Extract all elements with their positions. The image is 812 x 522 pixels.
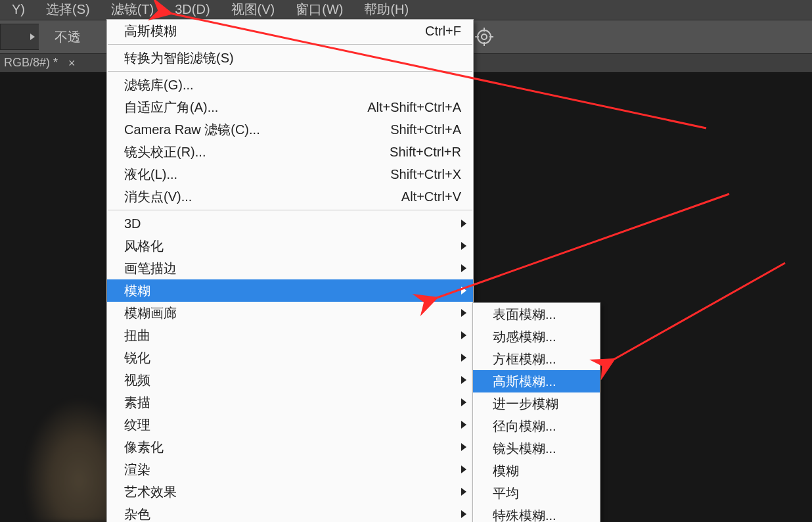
chevron-down-icon — [30, 34, 35, 40]
menu-item-label: 消失点(V)... — [124, 188, 375, 206]
menu-item-3d[interactable]: 3D(D) — [164, 1, 220, 20]
menu-item-label: 自适应广角(A)... — [124, 99, 341, 116]
menu-item-label: Camera Raw 滤镜(C)... — [124, 121, 364, 139]
submenu-arrow-icon — [461, 488, 466, 496]
submenu-item-smart-blur[interactable]: 特殊模糊... — [473, 504, 600, 522]
menu-item-label: 方框模糊... — [493, 350, 587, 368]
menu-item-cat-sketch[interactable]: 素描 — [107, 391, 473, 414]
submenu-arrow-icon — [461, 376, 466, 384]
menu-item-liquify[interactable]: 液化(L)... Shift+Ctrl+X — [107, 163, 473, 185]
menu-item-label: 滤镜库(G)... — [124, 76, 461, 94]
menu-item-cat-sharpen[interactable]: 锐化 — [107, 346, 473, 369]
menu-item-lens-correction[interactable]: 镜头校正(R)... Shift+Ctrl+R — [107, 141, 473, 163]
svg-point-0 — [478, 30, 491, 43]
menu-separator — [108, 44, 472, 45]
submenu-arrow-icon — [461, 287, 466, 295]
menu-item-label: 进一步模糊 — [493, 395, 587, 413]
menu-item-cat-stylize[interactable]: 风格化 — [107, 235, 473, 257]
submenu-arrow-icon — [461, 264, 466, 272]
submenu-item-blur[interactable]: 模糊 — [473, 460, 600, 482]
filter-dropdown: 高斯模糊 Ctrl+F 转换为智能滤镜(S) 滤镜库(G)... 自适应广角(A… — [106, 19, 474, 522]
menu-item-label: 锐化 — [124, 349, 461, 367]
menu-item-shortcut: Shift+Ctrl+A — [364, 122, 461, 137]
menu-item-label: 模糊 — [493, 462, 587, 480]
menu-item-last-filter[interactable]: 高斯模糊 Ctrl+F — [107, 20, 473, 42]
submenu-arrow-icon — [461, 398, 466, 406]
menu-item-camera-raw[interactable]: Camera Raw 滤镜(C)... Shift+Ctrl+A — [107, 118, 473, 141]
menu-item-cat-blur[interactable]: 模糊 — [107, 279, 473, 302]
menu-item-shortcut: Alt+Shift+Ctrl+A — [341, 100, 461, 115]
document-tab[interactable]: RGB/8#) * — [0, 55, 63, 72]
menu-item-shortcut: Ctrl+F — [399, 24, 461, 39]
submenu-arrow-icon — [461, 220, 466, 227]
menu-item-help[interactable]: 帮助(H) — [353, 0, 419, 21]
menu-item-label: 镜头模糊... — [493, 440, 587, 458]
menu-item-cat-noise[interactable]: 杂色 — [107, 503, 473, 522]
menu-item-label: 画笔描边 — [124, 260, 461, 277]
menu-item-label: 杂色 — [124, 506, 461, 523]
submenu-arrow-icon — [461, 510, 466, 518]
menu-item-label: 转换为智能滤镜(S) — [124, 49, 461, 67]
menu-item-label: 纹理 — [124, 416, 461, 434]
submenu-item-blur-more[interactable]: 进一步模糊 — [473, 392, 600, 415]
submenu-item-motion-blur[interactable]: 动感模糊... — [473, 325, 600, 348]
menu-item-label: 特殊模糊... — [493, 507, 587, 523]
submenu-arrow-icon — [461, 465, 466, 473]
menu-item-cat-distort[interactable]: 扭曲 — [107, 324, 473, 346]
submenu-arrow-icon — [461, 331, 466, 339]
menu-item-cat-pixelate[interactable]: 像素化 — [107, 436, 473, 458]
menu-item-shortcut: Alt+Ctrl+V — [375, 189, 461, 204]
menu-item-shortcut: Shift+Ctrl+R — [363, 145, 461, 160]
menu-item-shortcut: Shift+Ctrl+X — [364, 167, 461, 182]
menu-item-label: 3D — [124, 216, 461, 231]
submenu-arrow-icon — [461, 421, 466, 429]
crosshair-icon[interactable] — [475, 28, 493, 46]
menu-item-cat-blur-gallery[interactable]: 模糊画廊 — [107, 302, 473, 324]
menu-item-label: 液化(L)... — [124, 166, 364, 183]
menu-separator — [108, 210, 472, 210]
tool-preset-dropdown[interactable] — [0, 24, 39, 50]
submenu-item-surface-blur[interactable]: 表面模糊... — [473, 303, 600, 325]
blur-submenu: 表面模糊... 动感模糊... 方框模糊... 高斯模糊... 进一步模糊 径向… — [472, 302, 600, 522]
menu-item-label: 高斯模糊 — [124, 22, 399, 40]
menu-item-label: 模糊画廊 — [124, 304, 461, 322]
menu-item-generic[interactable]: Y) — [1, 1, 35, 20]
menu-item-window[interactable]: 窗口(W) — [285, 0, 353, 21]
submenu-item-box-blur[interactable]: 方框模糊... — [473, 348, 600, 370]
opacity-label: 不透 — [55, 28, 81, 46]
menu-item-label: 艺术效果 — [124, 483, 461, 501]
menubar: Y) 选择(S) 滤镜(T) 3D(D) 视图(V) 窗口(W) 帮助(H) — [0, 0, 812, 20]
menu-item-cat-video[interactable]: 视频 — [107, 369, 473, 391]
submenu-item-average[interactable]: 平均 — [473, 482, 600, 504]
menu-item-label: 渲染 — [124, 461, 461, 479]
menu-item-label: 镜头校正(R)... — [124, 143, 363, 161]
menu-item-adaptive-wide[interactable]: 自适应广角(A)... Alt+Shift+Ctrl+A — [107, 96, 473, 118]
menu-item-cat-artistic[interactable]: 艺术效果 — [107, 481, 473, 503]
menu-item-filter[interactable]: 滤镜(T) — [101, 0, 165, 21]
menu-item-cat-3d[interactable]: 3D — [107, 212, 473, 235]
menu-item-label: 素描 — [124, 394, 461, 412]
menu-item-label: 径向模糊... — [493, 417, 587, 435]
menu-item-label: 扭曲 — [124, 327, 461, 344]
svg-point-1 — [482, 34, 487, 39]
menu-item-label: 模糊 — [124, 282, 461, 300]
submenu-item-gaussian-blur[interactable]: 高斯模糊... — [473, 370, 600, 392]
submenu-item-radial-blur[interactable]: 径向模糊... — [473, 415, 600, 437]
submenu-arrow-icon — [461, 242, 466, 250]
menu-item-vanishing-point[interactable]: 消失点(V)... Alt+Ctrl+V — [107, 185, 473, 208]
menu-item-cat-render[interactable]: 渲染 — [107, 458, 473, 481]
menu-item-cat-brush[interactable]: 画笔描边 — [107, 257, 473, 279]
menu-item-label: 平均 — [493, 485, 587, 502]
menu-item-view[interactable]: 视图(V) — [221, 0, 286, 21]
submenu-arrow-icon — [461, 443, 466, 451]
menu-item-convert-smart[interactable]: 转换为智能滤镜(S) — [107, 47, 473, 69]
tab-close-button[interactable]: × — [63, 55, 81, 72]
menu-item-label: 像素化 — [124, 439, 461, 456]
menu-item-label: 视频 — [124, 371, 461, 389]
menu-item-filter-gallery[interactable]: 滤镜库(G)... — [107, 74, 473, 96]
menu-item-select[interactable]: 选择(S) — [35, 0, 101, 21]
menu-item-cat-texture[interactable]: 纹理 — [107, 414, 473, 436]
menu-item-label: 高斯模糊... — [493, 373, 587, 391]
menu-item-label: 表面模糊... — [493, 306, 587, 323]
submenu-item-lens-blur[interactable]: 镜头模糊... — [473, 437, 600, 460]
